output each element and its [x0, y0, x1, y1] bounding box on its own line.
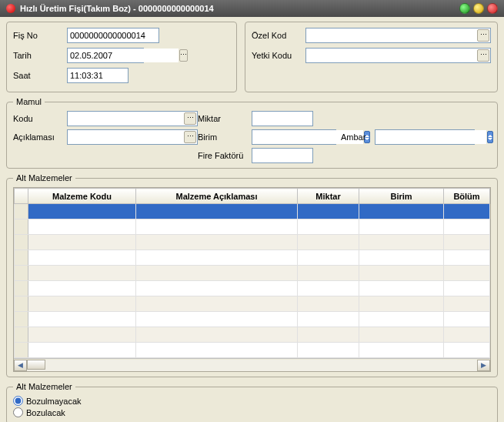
bozulacak-radio[interactable]: [13, 407, 23, 417]
miktar-input[interactable]: [252, 111, 313, 126]
mamul-kodu-input[interactable]: [68, 112, 183, 126]
table-row[interactable]: [15, 281, 490, 296]
row-selector-header[interactable]: [15, 189, 28, 204]
mamul-kodu-picker: [67, 111, 198, 126]
col-bolum[interactable]: Bölüm: [444, 189, 490, 204]
col-miktar[interactable]: Miktar: [298, 189, 359, 204]
table-row[interactable]: [15, 312, 490, 327]
ozel-kod-label: Özel Kod: [252, 31, 305, 40]
title-bar: Hızlı Üretim Fişi(Takım Boz) - 000000000…: [0, 0, 504, 17]
ozel-kod-picker: [305, 28, 491, 43]
mamul-legend: Mamul: [13, 97, 45, 106]
window-controls: [459, 3, 498, 14]
scroll-right-icon[interactable]: ▶: [477, 360, 490, 371]
birim-label: Birim: [198, 132, 252, 142]
table-row[interactable]: [15, 296, 490, 312]
table-row[interactable]: [15, 266, 490, 281]
yetki-kodu-label: Yetki Kodu: [252, 51, 305, 60]
alt-malzemeler-grid-legend: Alt Malzemeler: [13, 173, 75, 183]
aciklamasi-label: Açıklaması: [13, 132, 67, 142]
table-row[interactable]: [15, 327, 490, 343]
ambar-dropdown-icon[interactable]: [487, 131, 493, 143]
app-icon: [6, 4, 15, 13]
mamul-kodu-label: Kodu: [13, 114, 67, 123]
col-birim[interactable]: Birim: [359, 189, 444, 204]
birim-select: [252, 129, 336, 145]
scroll-left-icon[interactable]: ◀: [14, 360, 27, 371]
col-malzeme-aciklamasi[interactable]: Malzeme Açıklaması: [136, 189, 298, 204]
ozel-kod-input[interactable]: [306, 28, 476, 42]
tarih-picker-button[interactable]: [179, 49, 188, 62]
grid-wrapper: Malzeme Kodu Malzeme Açıklaması Miktar B…: [13, 187, 491, 372]
close-icon[interactable]: [487, 3, 498, 14]
ambar-label: Ambar: [336, 132, 375, 142]
yetki-kodu-picker-button[interactable]: [477, 49, 489, 62]
bozulmayacak-radio[interactable]: [13, 396, 23, 406]
minimize-icon[interactable]: [459, 3, 470, 14]
table-row[interactable]: [15, 343, 490, 358]
tarih-label: Tarih: [13, 51, 67, 60]
table-row[interactable]: [15, 204, 490, 219]
aciklamasi-picker-button[interactable]: [184, 131, 196, 143]
alt-options-legend: Alt Malzemeler: [13, 382, 75, 391]
bozulacak-label: Bozulacak: [26, 408, 65, 417]
aciklamasi-picker: [67, 129, 198, 145]
alt-malzemeler-grid-fieldset: Alt Malzemeler Malzeme Kodu Malzeme Açık…: [6, 173, 498, 377]
alt-malzemeler-options-fieldset: Alt Malzemeler Bozulmayacak Bozulacak: [6, 382, 498, 422]
header-left-panel: Fiş No Tarih Saat: [6, 22, 237, 92]
fire-label: Fire Faktörü: [198, 151, 252, 160]
ambar-input[interactable]: [375, 130, 486, 144]
ambar-select: [375, 129, 475, 145]
fis-no-input[interactable]: [67, 28, 159, 43]
mamul-kodu-picker-button[interactable]: [184, 112, 196, 125]
aciklamasi-input[interactable]: [68, 130, 183, 144]
mamul-fieldset: Mamul Kodu Miktar Açıklaması Birim Ambar: [6, 97, 498, 169]
saat-label: Saat: [13, 71, 67, 80]
alt-malzemeler-table[interactable]: Malzeme Kodu Malzeme Açıklaması Miktar B…: [14, 188, 490, 358]
tarih-picker: [67, 48, 144, 63]
miktar-label: Miktar: [198, 114, 252, 123]
table-row[interactable]: [15, 235, 490, 250]
yetki-kodu-input[interactable]: [306, 49, 476, 62]
saat-input[interactable]: [67, 68, 129, 83]
col-malzeme-kodu[interactable]: Malzeme Kodu: [28, 189, 136, 204]
table-row[interactable]: [15, 250, 490, 266]
maximize-icon[interactable]: [473, 3, 484, 14]
window-title: Hızlı Üretim Fişi(Takım Boz) - 000000000…: [20, 4, 459, 13]
table-row[interactable]: [15, 219, 490, 235]
fire-input[interactable]: [252, 148, 313, 163]
tarih-input[interactable]: [68, 49, 179, 62]
yetki-kodu-picker: [305, 48, 491, 63]
header-right-panel: Özel Kod Yetki Kodu: [245, 22, 498, 92]
fis-no-label: Fiş No: [13, 31, 67, 40]
horizontal-scrollbar[interactable]: ◀ ▶: [14, 358, 490, 371]
scroll-thumb[interactable]: [27, 360, 45, 370]
ozel-kod-picker-button[interactable]: [477, 29, 489, 42]
bozulmayacak-label: Bozulmayacak: [26, 397, 82, 406]
scroll-track[interactable]: [27, 360, 477, 371]
